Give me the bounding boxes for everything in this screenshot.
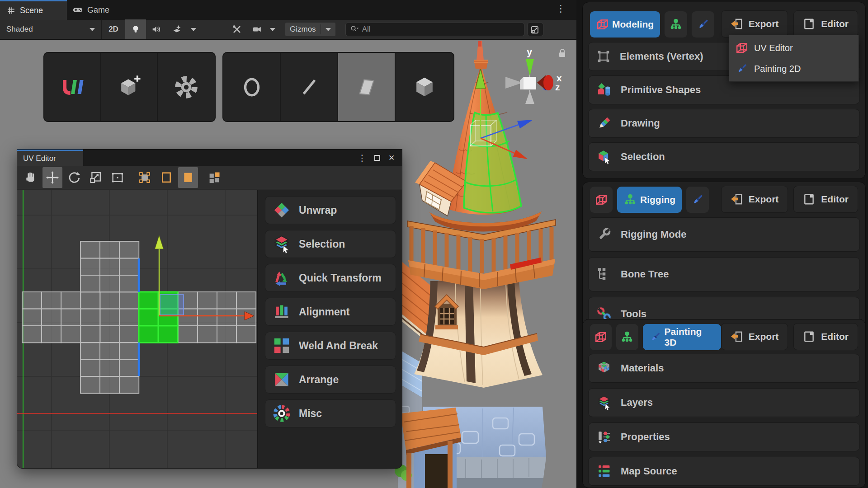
uv-face[interactable] [100, 343, 119, 360]
uv-face[interactable] [120, 292, 139, 309]
uv-window-close-button[interactable]: ✕ [386, 150, 397, 166]
uv-face[interactable] [80, 343, 100, 360]
scene-camera-button[interactable] [247, 19, 267, 39]
uv-checker-toggle[interactable] [204, 167, 224, 188]
tab-painting-3d[interactable]: Painting 3D [643, 324, 721, 350]
uv-face[interactable] [198, 292, 217, 309]
uv-face[interactable] [198, 309, 217, 326]
modeling-item-selection[interactable]: Selection [588, 142, 860, 171]
lighting-toggle-button[interactable] [125, 19, 146, 39]
toggle-2d-button[interactable]: 2D [102, 19, 125, 39]
uv-gizmo-plane-handle[interactable] [160, 295, 184, 315]
modeling-editor-button[interactable]: Editor [793, 10, 858, 38]
search-expand-button[interactable] [527, 23, 543, 36]
tab-modeling-icon[interactable] [590, 187, 613, 213]
uv-face[interactable] [22, 309, 42, 326]
shading-mode-dropdown[interactable]: Shaded [0, 19, 101, 39]
effects-toggle-button[interactable] [167, 19, 188, 39]
audio-toggle-button[interactable] [146, 19, 167, 39]
rigging-item-rigging-mode[interactable]: Rigging Mode [588, 217, 860, 252]
uv-rotate-tool[interactable] [64, 167, 84, 188]
rigging-editor-button[interactable]: Editor [793, 186, 858, 213]
rigging-item-bone-tree[interactable]: Bone Tree [588, 257, 860, 291]
painting3d-editor-button[interactable]: Editor [793, 323, 858, 350]
uv-face[interactable] [42, 292, 61, 309]
uv-face[interactable] [119, 376, 139, 394]
object-mode-button[interactable] [396, 53, 453, 121]
uv-arrange-button[interactable]: Arrange [265, 366, 396, 394]
uv-face[interactable] [119, 360, 139, 377]
tab-rigging-icon[interactable] [665, 11, 687, 38]
scene-menu-button[interactable]: ⋮ [556, 3, 566, 14]
menu-item-uv-editor[interactable]: UV Editor [729, 38, 859, 58]
tab-modeling-icon[interactable] [590, 324, 612, 350]
effects-dropdown-button[interactable] [188, 19, 199, 39]
settings-button[interactable] [158, 53, 215, 121]
uv-face[interactable] [217, 292, 236, 309]
uv-face[interactable] [42, 326, 61, 343]
uv-face[interactable] [80, 376, 100, 394]
uv-face[interactable] [236, 326, 256, 343]
lock-open-icon[interactable] [559, 49, 565, 57]
uv-move-tool[interactable] [42, 167, 62, 188]
painting3d-item-map-source[interactable]: Map Source [588, 457, 860, 486]
uv-misc-button[interactable]: Misc [265, 399, 396, 427]
uv-face[interactable] [100, 309, 119, 326]
uv-canvas[interactable] [17, 190, 257, 469]
uv-face[interactable] [120, 309, 139, 326]
uv-face[interactable] [42, 309, 61, 326]
uv-weld-break-button[interactable]: Weld And Break [265, 332, 396, 360]
axis-cone-y[interactable] [526, 59, 534, 76]
uv-face[interactable] [198, 326, 217, 343]
uv-face[interactable] [80, 258, 100, 276]
uv-face-outline-toggle[interactable] [156, 167, 176, 188]
uv-face-selected[interactable] [139, 309, 158, 326]
uv-pan-tool[interactable] [21, 167, 41, 188]
painting3d-item-layers[interactable]: Layers [588, 388, 860, 417]
uv-window-maximize-button[interactable] [371, 150, 383, 166]
uv-face[interactable] [100, 258, 119, 276]
tab-painting-icon[interactable] [692, 11, 714, 38]
tab-rigging-icon[interactable] [616, 324, 638, 350]
uv-face[interactable] [119, 241, 139, 258]
uv-editor-titlebar[interactable]: UV Editor ⋮ ✕ [17, 150, 402, 166]
uv-face[interactable] [100, 275, 119, 292]
uv-face[interactable] [61, 326, 80, 343]
uv-face[interactable] [80, 292, 100, 309]
tab-modeling[interactable]: Modeling [590, 11, 660, 38]
uv-face[interactable] [100, 360, 119, 377]
uv-face[interactable] [120, 326, 139, 343]
uv-scale-tool[interactable] [86, 167, 106, 188]
uv-face[interactable] [217, 326, 236, 343]
scene-tools-button[interactable] [226, 19, 247, 39]
edge-mode-button[interactable] [281, 53, 338, 121]
uv-face-selected[interactable] [158, 326, 178, 343]
modeling-item-drawing[interactable]: Drawing [588, 109, 860, 138]
uv-face[interactable] [100, 326, 119, 343]
uv-face[interactable] [80, 275, 100, 292]
tab-rigging[interactable]: Rigging [617, 187, 682, 213]
rigging-export-button[interactable]: Export [721, 186, 788, 213]
uv-face[interactable] [80, 326, 100, 343]
uv-face[interactable] [119, 275, 139, 292]
uv-face[interactable] [119, 258, 139, 276]
tab-game[interactable]: Game [72, 0, 109, 20]
uv-alignment-button[interactable]: Alignment [265, 298, 396, 326]
uv-editor-tab[interactable]: UV Editor [17, 150, 83, 166]
uv-window-menu-button[interactable]: ⋮ [357, 150, 368, 166]
uv-face[interactable] [61, 292, 80, 309]
uv-face[interactable] [217, 309, 236, 326]
add-object-button[interactable] [101, 53, 158, 121]
uv-face[interactable] [100, 292, 119, 309]
uv-face-fill-toggle[interactable] [178, 167, 198, 188]
scene-orientation-gizmo[interactable]: y x z [495, 43, 580, 111]
uv-face[interactable] [100, 376, 119, 394]
uv-face[interactable] [80, 241, 100, 258]
uv-island-select-tool[interactable] [135, 167, 155, 188]
uv-face[interactable] [22, 292, 42, 309]
painting3d-item-materials[interactable]: Materials [588, 354, 860, 383]
uv-face[interactable] [80, 309, 100, 326]
uv-face[interactable] [80, 360, 100, 377]
painting3d-export-button[interactable]: Export [721, 323, 788, 350]
uv-face-selected[interactable] [139, 292, 158, 309]
